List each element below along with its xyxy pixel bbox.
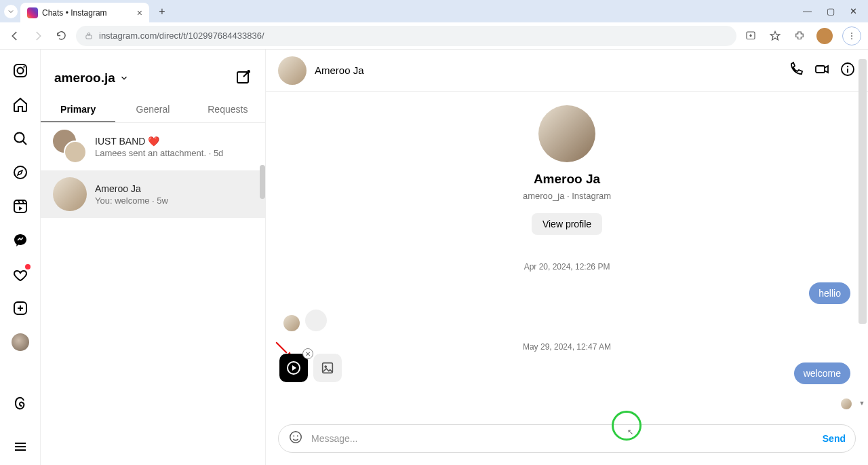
threads-icon[interactable] [12,394,29,412]
svg-point-5 [851,35,852,37]
chevron-down-icon [119,73,129,83]
video-icon [814,61,830,77]
emoji-icon [288,430,303,445]
account-username: ameroo.ja [54,71,115,86]
profile-name: Ameroo Ja [534,172,600,187]
explore-icon[interactable] [12,164,29,181]
view-profile-button[interactable]: View profile [532,213,602,235]
chrome-menu-button[interactable] [842,26,861,45]
conversation-name: Ameroo Ja [95,183,168,194]
profile-nav-avatar[interactable] [12,333,29,351]
new-message-button[interactable] [235,69,252,88]
forward-button[interactable] [30,28,46,44]
address-bar-row: instagram.com/direct/t/102997684433836/ [0,22,868,50]
video-attachment-thumb[interactable]: ✕ [279,354,308,382]
tab-requests[interactable]: Requests [191,97,265,122]
svg-point-12 [14,166,26,179]
svg-point-4 [851,32,852,33]
close-tab-icon[interactable]: × [137,7,142,18]
conversation-avatar [53,130,87,164]
conversation-preview: Lamees sent an attachment. · 5d [95,148,223,158]
chat-header: Ameroo Ja [266,50,868,92]
chevron-down-icon [7,7,15,16]
message-timestamp: May 29, 2024, 12:47 AM [523,342,611,352]
audio-call-button[interactable] [788,61,804,80]
message-row: hellio [283,282,850,304]
instagram-logo[interactable] [12,62,29,79]
browser-tab-strip: Chats • Instagram × + — ▢ ✕ [0,0,868,22]
svg-line-11 [23,141,26,145]
received-message[interactable] [305,310,327,331]
dm-sidebar: ameroo.ja Primary General Requests IUST … [41,50,266,465]
close-window-button[interactable]: ✕ [850,6,857,16]
svg-point-32 [297,435,298,436]
tab-primary[interactable]: Primary [41,97,115,122]
sent-message[interactable]: welcome [794,362,850,384]
svg-point-30 [290,432,302,443]
reels-icon[interactable] [12,198,29,215]
conversation-item[interactable]: IUST BAND ❤️ Lamees sent an attachment. … [41,123,265,170]
profile-handle: ameroo_ja · Instagram [523,191,611,201]
reload-icon [56,30,67,41]
maximize-button[interactable]: ▢ [827,6,835,16]
conversation-avatar [53,177,87,211]
svg-point-6 [851,38,852,39]
chrome-profile-avatar[interactable] [816,28,833,44]
window-controls: — ▢ ✕ [803,6,864,16]
sidebar-scrollbar[interactable] [260,165,265,199]
install-app-icon[interactable] [743,29,758,43]
tab-general[interactable]: General [115,97,190,122]
nav-rail [0,50,41,465]
account-switcher[interactable]: ameroo.ja [54,71,129,86]
video-call-button[interactable] [814,61,830,80]
svg-point-8 [17,68,23,74]
minimize-button[interactable]: — [803,6,812,16]
message-input[interactable] [311,433,814,444]
tab-title: Chats • Instagram [42,8,133,18]
chat-profile-block: Ameroo Ja ameroo_ja · Instagram View pro… [523,105,611,235]
search-icon[interactable] [12,130,29,147]
message-timestamp: Apr 20, 2024, 12:26 PM [524,262,610,272]
arrow-right-icon [32,30,44,42]
chat-header-avatar[interactable] [278,56,307,85]
conversation-info-button[interactable] [840,61,856,80]
sent-message[interactable]: hellio [809,282,850,304]
conversation-list[interactable]: IUST BAND ❤️ Lamees sent an attachment. … [41,123,265,465]
extensions-icon[interactable] [792,29,807,43]
composer-area: ✕ Send ↖ [266,386,868,465]
phone-icon [788,61,804,77]
emoji-button[interactable] [288,430,303,447]
svg-rect-13 [14,200,26,212]
add-attachment-button[interactable] [313,354,342,382]
create-icon[interactable] [12,299,29,317]
svg-rect-0 [86,35,92,38]
conversation-item[interactable]: Ameroo Ja You: welcome · 5w [41,170,265,218]
chat-scrollbar[interactable] [859,59,867,324]
chat-messages[interactable]: Ameroo Ja ameroo_ja · Instagram View pro… [266,92,868,386]
sender-avatar[interactable] [283,315,300,331]
notifications-icon[interactable] [12,265,29,283]
svg-point-29 [325,366,327,368]
bookmark-icon[interactable] [768,29,783,43]
new-tab-button[interactable]: + [153,3,171,20]
url-text: instagram.com/direct/t/102997684433836/ [99,31,264,41]
reload-button[interactable] [53,28,69,44]
kebab-icon [847,31,856,41]
message-row [283,310,850,331]
send-button[interactable]: Send [823,433,846,444]
site-info-icon[interactable] [84,31,94,41]
back-button[interactable] [7,28,23,44]
more-menu-icon[interactable] [12,438,29,455]
remove-attachment-button[interactable]: ✕ [302,348,313,359]
tab-search-dropdown[interactable] [4,5,18,18]
notification-badge [25,264,31,269]
home-icon[interactable] [12,96,29,113]
play-icon [287,361,300,375]
image-icon [320,360,335,375]
chat-header-name[interactable]: Ameroo Ja [315,64,364,76]
profile-picture[interactable] [538,105,595,162]
address-bar[interactable]: instagram.com/direct/t/102997684433836/ [76,26,736,46]
compose-icon [235,69,252,85]
messenger-icon[interactable] [12,231,29,249]
browser-tab[interactable]: Chats • Instagram × [20,3,149,23]
